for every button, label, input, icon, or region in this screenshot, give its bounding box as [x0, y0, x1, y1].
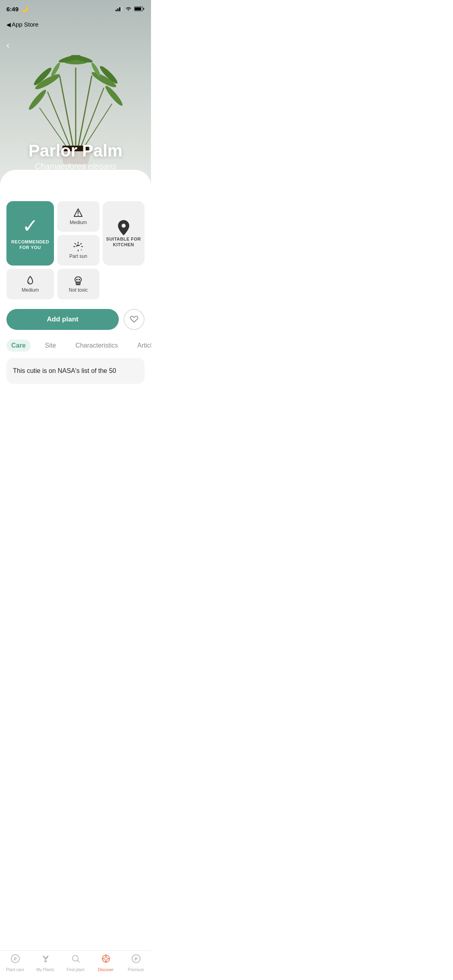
add-plant-button[interactable]: Add plant [6, 309, 119, 330]
signal-icon [116, 6, 123, 11]
plant-title-overlay: Parlor Palm Chamaedorea elegans [0, 142, 151, 171]
svg-rect-3 [121, 6, 122, 11]
recommended-card: ✓ RECOMMENDED FOR YOU [6, 201, 54, 266]
svg-line-40 [81, 243, 81, 244]
content-preview-card: This cutie is on NASA's list of the 50 [6, 358, 145, 384]
svg-point-21 [27, 88, 48, 111]
water-icon [25, 275, 35, 286]
plant-latin-name: Chamaedorea elegans [0, 162, 151, 171]
light-icon [73, 208, 83, 218]
not-toxic-card: Not toxic [57, 269, 99, 299]
location-icon [116, 219, 131, 236]
app-store-back-icon[interactable]: ◀ [6, 21, 11, 28]
medium-light-card: Medium [57, 201, 99, 232]
content-tabs: Care Site Characteristics Articles [6, 336, 145, 358]
svg-point-53 [122, 224, 126, 228]
part-sun-label: Part sun [69, 253, 87, 259]
hero-back-button[interactable]: ‹ [6, 40, 9, 51]
plant-name: Parlor Palm [0, 142, 151, 160]
svg-rect-47 [76, 282, 80, 284]
tab-site[interactable]: Site [40, 340, 61, 352]
svg-rect-6 [135, 8, 141, 10]
medium-light-label: Medium [70, 220, 87, 225]
tab-articles[interactable]: Articles [132, 340, 151, 352]
tab-characteristics[interactable]: Characteristics [70, 340, 123, 352]
part-sun-card: Part sun [57, 235, 99, 266]
sun-icon [73, 241, 83, 252]
medium-water-card: Medium [6, 269, 54, 299]
checkmark-icon: ✓ [22, 216, 38, 236]
svg-rect-0 [116, 10, 117, 11]
status-icons [116, 6, 145, 11]
hero-curve [0, 170, 151, 193]
main-content: ✓ RECOMMENDED FOR YOU Medium [0, 193, 151, 430]
favorite-button[interactable] [124, 309, 145, 330]
svg-point-32 [78, 215, 79, 216]
svg-point-50 [76, 279, 78, 280]
svg-point-46 [75, 277, 81, 282]
svg-line-38 [75, 243, 76, 244]
info-cards-grid: ✓ RECOMMENDED FOR YOU Medium [6, 193, 145, 306]
svg-rect-2 [119, 7, 120, 11]
medium-water-label: Medium [22, 287, 39, 293]
wifi-icon [125, 6, 132, 11]
not-toxic-label: Not toxic [69, 287, 88, 293]
app-store-nav: ◀ App Store [0, 18, 151, 31]
svg-rect-1 [118, 8, 119, 11]
add-plant-row: Add plant [6, 306, 145, 336]
moon-icon: 🌙 [21, 5, 29, 12]
svg-point-22 [103, 84, 124, 107]
status-bar: 6:49 🌙 [0, 0, 151, 18]
svg-rect-5 [143, 8, 144, 10]
skull-icon [73, 275, 83, 286]
kitchen-card: SUITABLE FOR KITCHEN [103, 201, 145, 266]
recommended-label: RECOMMENDED FOR YOU [11, 239, 49, 251]
battery-icon [134, 6, 145, 11]
tab-care[interactable]: Care [6, 340, 31, 352]
app-store-label[interactable]: App Store [12, 21, 39, 28]
content-preview-text: This cutie is on NASA's list of the 50 [13, 366, 138, 376]
svg-point-51 [79, 279, 80, 280]
kitchen-label: SUITABLE FOR KITCHEN [106, 236, 141, 248]
status-time: 6:49 [6, 6, 19, 12]
svg-point-44 [77, 246, 81, 249]
heart-icon [130, 315, 139, 323]
